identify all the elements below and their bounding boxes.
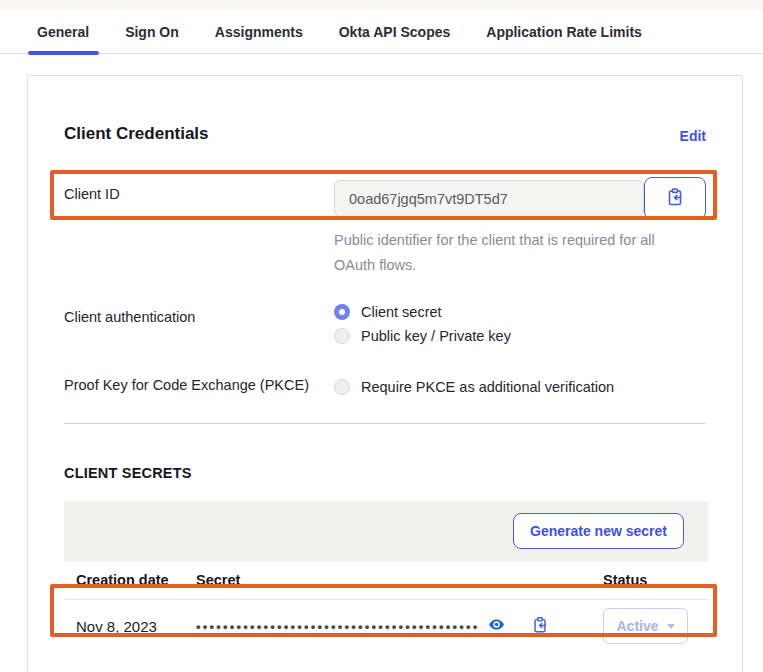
- tab-sign-on[interactable]: Sign On: [125, 10, 179, 54]
- masked-secret-value: ••••••••••••••••••••••••••••••••••••••••…: [196, 619, 480, 634]
- tab-general[interactable]: General: [37, 10, 89, 54]
- table-row: Nov 8, 2023 ••••••••••••••••••••••••••••…: [64, 600, 708, 652]
- client-id-label: Client ID: [64, 177, 334, 278]
- radio-public-private-key[interactable]: Public key / Private key: [334, 324, 706, 348]
- generate-new-secret-button[interactable]: Generate new secret: [513, 513, 684, 549]
- client-id-help-text: Public identifier for the client that is…: [334, 228, 669, 278]
- show-secret-button[interactable]: [488, 616, 505, 636]
- edit-button[interactable]: Edit: [680, 128, 706, 144]
- client-id-field[interactable]: 0oad67jgq5m7vt9DT5d7: [334, 180, 644, 217]
- radio-selected-icon[interactable]: [334, 304, 350, 320]
- tab-assignments[interactable]: Assignments: [215, 10, 303, 54]
- card-title: Client Credentials: [64, 124, 209, 144]
- client-authentication-row: Client authentication Client secret Publ…: [64, 300, 706, 348]
- chevron-down-icon: [667, 624, 675, 629]
- status-badge: Active: [616, 618, 658, 634]
- okta-app-settings-page: General Sign On Assignments Okta API Sco…: [0, 0, 763, 672]
- page-top-strip: [0, 0, 763, 10]
- pkce-label: Proof Key for Code Exchange (PKCE): [64, 375, 334, 399]
- radio-unselected-icon[interactable]: [334, 328, 350, 344]
- header-creation-date: Creation date: [64, 572, 196, 588]
- tab-application-rate-limits[interactable]: Application Rate Limits: [486, 10, 642, 54]
- checkbox-unchecked-icon[interactable]: [334, 379, 350, 395]
- client-secrets-heading: CLIENT SECRETS: [64, 465, 706, 481]
- status-cell: Active: [603, 608, 708, 644]
- tab-okta-api-scopes[interactable]: Okta API Scopes: [339, 10, 451, 54]
- pkce-checkbox-option[interactable]: Require PKCE as additional verification: [334, 375, 706, 399]
- header-secret: Secret: [196, 572, 603, 588]
- secrets-toolbar: Generate new secret: [64, 501, 708, 561]
- clipboard-icon: [665, 187, 685, 210]
- status-dropdown-button[interactable]: Active: [603, 608, 688, 644]
- secret-creation-date: Nov 8, 2023: [64, 618, 196, 635]
- card-header: Client Credentials Edit: [64, 76, 706, 144]
- client-id-row: Client ID 0oad67jgq5m7vt9DT5d7: [64, 177, 706, 278]
- client-authentication-label: Client authentication: [64, 300, 334, 348]
- copy-client-id-button[interactable]: [644, 177, 706, 220]
- pkce-row: Proof Key for Code Exchange (PKCE) Requi…: [64, 375, 706, 399]
- radio-public-private-key-label: Public key / Private key: [361, 328, 511, 344]
- copy-secret-button[interactable]: [531, 616, 549, 637]
- radio-client-secret-label: Client secret: [361, 304, 442, 320]
- client-secrets-table: Generate new secret Creation date Secret…: [64, 501, 708, 652]
- client-credentials-card: Client Credentials Edit Client ID 0oad67…: [27, 75, 743, 672]
- clipboard-icon: [531, 616, 549, 637]
- secret-cell: ••••••••••••••••••••••••••••••••••••••••…: [196, 616, 603, 637]
- radio-client-secret[interactable]: Client secret: [334, 300, 706, 324]
- eye-icon: [488, 616, 505, 636]
- header-status: Status: [603, 572, 708, 588]
- table-header-row: Creation date Secret Status: [64, 561, 708, 600]
- app-tabs: General Sign On Assignments Okta API Sco…: [0, 10, 763, 54]
- section-divider: [64, 423, 706, 424]
- pkce-option-label: Require PKCE as additional verification: [361, 379, 614, 395]
